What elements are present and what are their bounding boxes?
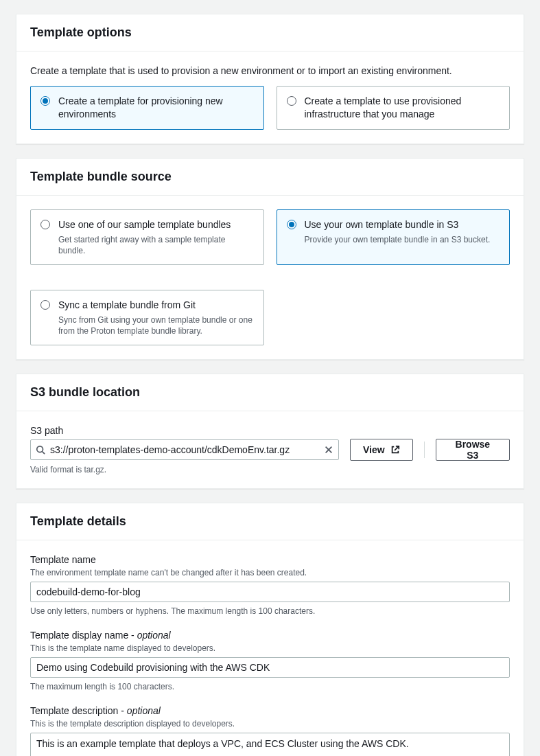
clear-icon[interactable] [324, 445, 333, 455]
svg-line-4 [395, 446, 399, 450]
template-options-intro: Create a template that is used to provis… [30, 65, 510, 76]
panel-header: Template details [16, 503, 524, 540]
tile-desc: Provide your own template bundle in an S… [305, 234, 500, 245]
tile-label: Create a template to use provisioned inf… [305, 95, 500, 121]
tile-label: Use one of our sample template bundles [58, 218, 254, 231]
panel-title: Template bundle source [30, 170, 510, 184]
display-name-hint: The maximum length is 100 characters. [30, 682, 510, 691]
field-template-display-name: Template display name - optional This is… [30, 630, 510, 691]
tile-use-provisioned-infra[interactable]: Create a template to use provisioned inf… [277, 86, 510, 130]
radio-icon [287, 96, 296, 106]
field-template-name: Template name The environment template n… [30, 554, 510, 616]
panel-body: Template name The environment template n… [16, 540, 524, 756]
panel-template-options: Template options Create a template that … [16, 14, 524, 144]
bundle-source-tiles: Use one of our sample template bundles G… [30, 209, 510, 346]
browse-s3-label: Browse S3 [449, 439, 497, 461]
tile-label: Sync a template bundle from Git [58, 299, 254, 312]
panel-bundle-source: Template bundle source Use one of our sa… [16, 158, 524, 360]
panel-title: Template details [30, 514, 510, 529]
panel-body: Use one of our sample template bundles G… [16, 196, 524, 360]
s3-input-wrap [30, 439, 339, 460]
radio-icon [287, 220, 296, 229]
description-textarea[interactable] [30, 733, 510, 756]
template-options-tiles: Create a template for provisioning new e… [30, 86, 510, 130]
tile-desc: Sync from Git using your own template bu… [58, 314, 254, 336]
tile-sample-bundle[interactable]: Use one of our sample template bundles G… [30, 209, 264, 265]
panel-title: S3 bundle location [30, 385, 510, 400]
template-name-input[interactable] [30, 582, 510, 602]
tile-desc: Get started right away with a sample tem… [58, 234, 254, 256]
radio-icon [40, 220, 50, 229]
description-sub: This is the template description display… [30, 719, 510, 729]
panel-body: Create a template that is used to provis… [16, 51, 524, 144]
tile-label: Create a template for provisioning new e… [58, 95, 254, 121]
display-name-label: Template display name - optional [30, 630, 510, 641]
view-button[interactable]: View [350, 439, 413, 461]
panel-header: S3 bundle location [16, 374, 524, 411]
template-name-label: Template name [30, 554, 510, 565]
panel-s3-location: S3 bundle location S3 path [16, 374, 524, 489]
svg-line-1 [43, 452, 45, 455]
template-name-hint: Use only letters, numbers or hyphens. Th… [30, 606, 510, 616]
radio-icon [40, 96, 50, 106]
s3-path-hint: Valid format is tar.gz. [30, 465, 510, 474]
radio-icon [40, 300, 50, 310]
display-name-input[interactable] [30, 657, 510, 678]
template-name-sub: The environment template name can't be c… [30, 568, 510, 577]
s3-path-input[interactable] [30, 439, 339, 460]
display-name-sub: This is the template name displayed to d… [30, 643, 510, 653]
description-label: Template description - optional [30, 705, 510, 716]
external-link-icon [390, 445, 400, 455]
svg-point-0 [37, 446, 43, 453]
tile-label: Use your own template bundle in S3 [305, 218, 500, 231]
vertical-divider [424, 442, 425, 458]
tile-create-provisioning[interactable]: Create a template for provisioning new e… [30, 86, 264, 130]
search-icon [36, 445, 45, 455]
tile-own-bundle-s3[interactable]: Use your own template bundle in S3 Provi… [277, 209, 510, 265]
view-button-label: View [363, 444, 385, 455]
s3-path-label: S3 path [30, 425, 510, 436]
panel-title: Template options [30, 25, 510, 40]
s3-row: View Browse S3 [30, 439, 510, 461]
panel-template-details: Template details Template name The envir… [16, 503, 524, 756]
tile-sync-from-git[interactable]: Sync a template bundle from Git Sync fro… [30, 290, 264, 345]
panel-body: S3 path View [16, 411, 524, 488]
field-template-description: Template description - optional This is … [30, 705, 510, 756]
panel-header: Template options [16, 14, 524, 51]
browse-s3-button[interactable]: Browse S3 [436, 439, 510, 461]
panel-header: Template bundle source [16, 159, 524, 196]
